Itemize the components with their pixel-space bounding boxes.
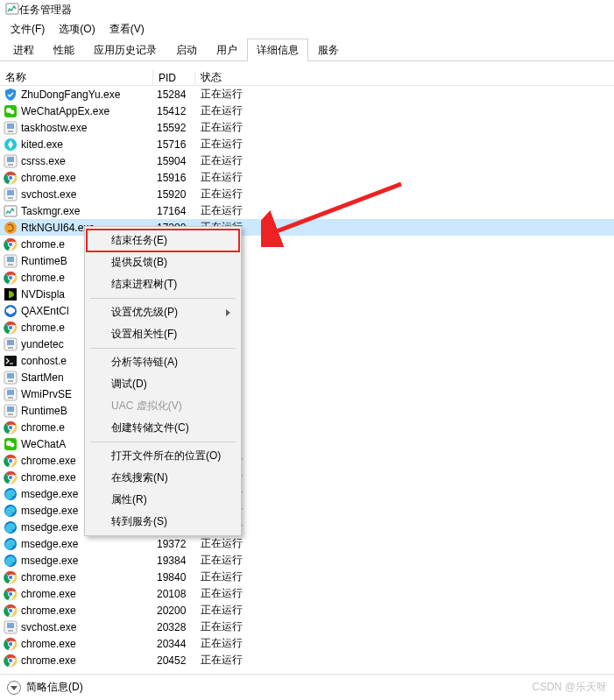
shield-blue-icon (4, 88, 18, 102)
process-status: 正在运行 (195, 153, 614, 168)
process-pid: 15716 (153, 138, 195, 151)
process-status: 正在运行 (195, 636, 614, 651)
menu-item[interactable]: 转到服务(S) (87, 511, 239, 533)
context-menu: 结束任务(E)提供反馈(B)结束进程树(T)设置优先级(P)设置相关性(F)分析… (84, 226, 242, 536)
chevron-down-icon[interactable] (7, 681, 21, 695)
table-row[interactable]: msedge.exe19372正在运行 (0, 535, 614, 552)
col-header-pid[interactable]: PID (153, 72, 195, 84)
table-row[interactable]: chrome.exe20344正在运行 (0, 635, 614, 652)
process-name: yundetec (21, 338, 64, 350)
menu-item[interactable]: 创建转储文件(C) (87, 417, 239, 439)
menu-item[interactable]: 在线搜索(N) (87, 467, 239, 489)
process-pid: 20344 (153, 638, 195, 650)
tab-users[interactable]: 用户 (207, 39, 247, 61)
process-pid: 20328 (153, 621, 195, 633)
process-status: 正在运行 (195, 137, 614, 152)
menu-item[interactable]: 调试(D) (87, 373, 239, 395)
table-row[interactable]: Taskmgr.exe17164正在运行 (0, 202, 614, 219)
process-status: 正在运行 (195, 653, 614, 668)
menu-item[interactable]: 分析等待链(A) (87, 351, 239, 373)
wechat-icon (4, 104, 18, 118)
menu-options[interactable]: 选项(O) (52, 20, 102, 39)
generic-icon (4, 620, 18, 634)
process-name: chrome.exe (21, 571, 76, 583)
tab-performance[interactable]: 性能 (44, 39, 84, 61)
menu-item: UAC 虚拟化(V) (87, 395, 239, 417)
menu-item[interactable]: 设置优先级(P) (87, 301, 239, 323)
process-status: 正在运行 (195, 536, 614, 551)
menu-item[interactable]: 打开文件所在的位置(O) (87, 445, 239, 467)
process-pid: 20452 (153, 654, 195, 667)
table-row[interactable]: taskhostw.exe15592正在运行 (0, 119, 614, 136)
col-header-name[interactable]: 名称 (0, 70, 153, 85)
process-name: chrome.e (21, 421, 65, 434)
generic-icon (4, 187, 18, 202)
realtek-icon (4, 221, 18, 235)
process-name: chrome.exe (21, 172, 76, 184)
process-status: 正在运行 (195, 220, 614, 235)
process-status: 正在运行 (195, 87, 614, 102)
tab-details[interactable]: 详细信息 (247, 39, 308, 61)
table-row[interactable]: svchost.exe15920正在运行 (0, 186, 614, 202)
process-name: msedge.exe (21, 505, 78, 517)
process-name: chrome.exe (21, 471, 76, 484)
table-row[interactable]: chrome.exe20108正在运行 (0, 585, 614, 602)
process-name: chrome.exe (21, 588, 76, 600)
tab-processes[interactable]: 进程 (4, 39, 44, 61)
menu-item[interactable]: 结束任务(E) (87, 230, 239, 251)
menu-file[interactable]: 文件(F) (4, 20, 52, 39)
process-status: 正在运行 (195, 486, 614, 501)
table-row[interactable]: msedge.exe19384正在运行 (0, 552, 614, 569)
chrome-icon (4, 237, 18, 251)
process-name: chrome.exe (21, 605, 76, 617)
process-name: RuntimeB (21, 405, 67, 417)
window-titlebar: 任务管理器 (0, 0, 614, 19)
edge-icon (4, 554, 18, 568)
process-pid: 19372 (153, 538, 195, 550)
table-row[interactable]: chrome.exe19840正在运行 (0, 569, 614, 585)
menu-item[interactable]: 设置相关性(F) (87, 323, 239, 345)
generic-icon (4, 254, 18, 268)
process-name: csrss.exe (21, 155, 66, 167)
process-pid: 15284 (153, 88, 195, 101)
tab-startup[interactable]: 启动 (166, 39, 207, 61)
chrome-icon (4, 454, 18, 468)
menu-item[interactable]: 提供反馈(B) (87, 251, 239, 273)
menu-item[interactable]: 属性(R) (87, 489, 239, 511)
menu-item[interactable]: 结束进程树(T) (87, 273, 239, 295)
tab-services[interactable]: 服务 (308, 39, 349, 61)
generic-icon (4, 387, 18, 401)
table-row[interactable]: csrss.exe15904正在运行 (0, 152, 614, 169)
process-name: msedge.exe (21, 555, 78, 567)
kite-icon (4, 138, 18, 152)
menubar: 文件(F) 选项(O) 查看(V) (0, 19, 614, 39)
process-pid: 15412 (153, 105, 195, 117)
menu-view[interactable]: 查看(V) (102, 20, 152, 39)
edge-icon (4, 487, 18, 501)
process-pid: 19384 (153, 555, 195, 567)
table-row[interactable]: chrome.exe15916正在运行 (0, 169, 614, 186)
process-status: 正在运行 (195, 120, 614, 135)
table-row[interactable]: chrome.exe20200正在运行 (0, 602, 614, 619)
tabstrip: 进程 性能 应用历史记录 启动 用户 详细信息 服务 (0, 39, 614, 61)
console-icon (4, 354, 18, 368)
process-name: ZhuDongFangYu.exe (21, 88, 120, 101)
process-status: 正在运行 (195, 170, 614, 185)
generic-icon (4, 337, 18, 351)
process-pid: 15904 (153, 155, 195, 167)
tab-app-history[interactable]: 应用历史记录 (84, 39, 166, 61)
menu-separator (90, 348, 236, 349)
process-name: msedge.exe (21, 521, 78, 534)
table-row[interactable]: chrome.exe20452正在运行 (0, 652, 614, 668)
edge-icon (4, 520, 18, 534)
wechat-icon (4, 437, 18, 451)
brief-info-link[interactable]: 简略信息(D) (26, 680, 83, 695)
table-row[interactable]: ZhuDongFangYu.exe15284正在运行 (0, 86, 614, 103)
process-name: RuntimeB (21, 255, 67, 267)
table-row[interactable]: svchost.exe20328正在运行 (0, 619, 614, 635)
table-row[interactable]: kited.exe15716正在运行 (0, 136, 614, 152)
generic-icon (4, 154, 18, 168)
process-status: 正在运行 (195, 569, 614, 584)
col-header-status[interactable]: 状态 (195, 70, 614, 85)
table-row[interactable]: WeChatAppEx.exe15412正在运行 (0, 103, 614, 119)
